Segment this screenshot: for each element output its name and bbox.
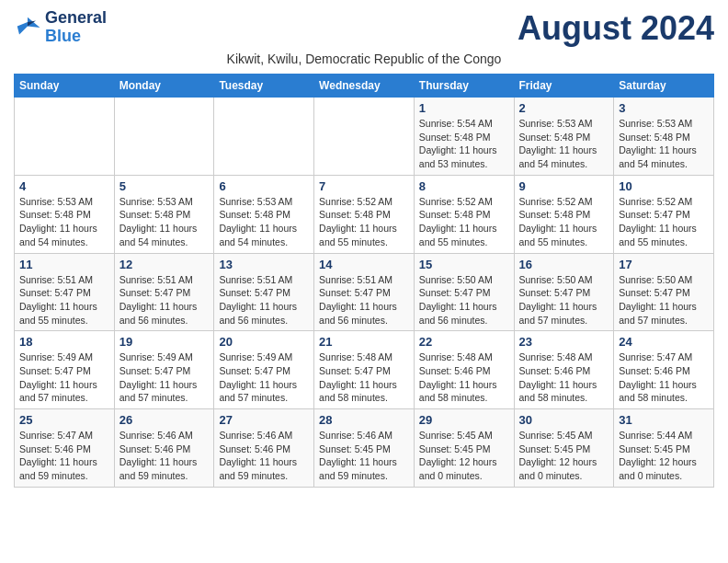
day-info: Sunrise: 5:53 AMSunset: 5:48 PMDaylight:… [119,195,210,249]
day-info: Sunrise: 5:53 AMSunset: 5:48 PMDaylight:… [219,195,309,249]
calendar-week-4: 25Sunrise: 5:47 AMSunset: 5:46 PMDayligh… [15,409,714,488]
day-info: Sunrise: 5:49 AMSunset: 5:47 PMDaylight:… [219,350,309,405]
day-number: 19 [119,335,210,349]
day-number: 27 [219,413,309,427]
calendar-cell-w3d4: 22Sunrise: 5:48 AMSunset: 5:46 PMDayligh… [414,331,514,409]
day-number: 12 [119,258,210,271]
header-wednesday: Wednesday [314,75,415,98]
day-info: Sunrise: 5:53 AMSunset: 5:48 PMDaylight:… [619,117,709,171]
calendar-cell-w4d0: 25Sunrise: 5:47 AMSunset: 5:46 PMDayligh… [15,409,115,488]
day-info: Sunrise: 5:47 AMSunset: 5:46 PMDaylight:… [619,350,709,405]
day-info: Sunrise: 5:46 AMSunset: 5:46 PMDaylight:… [219,429,309,483]
calendar-week-1: 4Sunrise: 5:53 AMSunset: 5:48 PMDaylight… [15,175,714,253]
day-info: Sunrise: 5:45 AMSunset: 5:45 PMDaylight:… [519,429,609,483]
day-number: 4 [19,179,109,193]
logo: General Blue [14,9,107,46]
header-saturday: Saturday [614,75,714,98]
day-info: Sunrise: 5:54 AMSunset: 5:48 PMDaylight:… [419,117,509,171]
day-info: Sunrise: 5:52 AMSunset: 5:48 PMDaylight:… [319,195,409,249]
calendar-cell-w0d5: 2Sunrise: 5:53 AMSunset: 5:48 PMDaylight… [514,98,614,176]
calendar-cell-w3d3: 21Sunrise: 5:48 AMSunset: 5:47 PMDayligh… [314,331,415,409]
calendar-cell-w4d6: 31Sunrise: 5:44 AMSunset: 5:45 PMDayligh… [614,409,714,488]
calendar-cell-w1d1: 5Sunrise: 5:53 AMSunset: 5:48 PMDaylight… [114,175,214,253]
day-number: 7 [319,179,409,193]
calendar-body: 1Sunrise: 5:54 AMSunset: 5:48 PMDaylight… [15,98,714,488]
calendar-cell-w3d0: 18Sunrise: 5:49 AMSunset: 5:47 PMDayligh… [15,331,115,409]
calendar-cell-w2d6: 17Sunrise: 5:50 AMSunset: 5:47 PMDayligh… [614,253,714,331]
calendar-cell-w1d3: 7Sunrise: 5:52 AMSunset: 5:48 PMDaylight… [314,175,415,253]
calendar-cell-w4d4: 29Sunrise: 5:45 AMSunset: 5:45 PMDayligh… [414,409,514,488]
calendar-cell-w3d6: 24Sunrise: 5:47 AMSunset: 5:46 PMDayligh… [614,331,714,409]
day-number: 9 [519,179,609,193]
calendar-week-0: 1Sunrise: 5:54 AMSunset: 5:48 PMDaylight… [15,98,714,176]
day-number: 20 [219,335,309,349]
header-friday: Friday [514,75,614,98]
day-number: 5 [119,179,210,193]
title-block: August 2024 [518,9,714,48]
calendar-cell-w0d6: 3Sunrise: 5:53 AMSunset: 5:48 PMDaylight… [614,98,714,176]
calendar-cell-w2d3: 14Sunrise: 5:51 AMSunset: 5:47 PMDayligh… [314,253,415,331]
day-info: Sunrise: 5:48 AMSunset: 5:46 PMDaylight:… [519,350,609,405]
calendar-cell-w1d6: 10Sunrise: 5:52 AMSunset: 5:47 PMDayligh… [614,175,714,253]
day-info: Sunrise: 5:51 AMSunset: 5:47 PMDaylight:… [19,273,109,327]
day-number: 11 [19,258,109,271]
logo-text: General Blue [45,9,107,46]
logo-line1: General [45,9,107,28]
calendar-week-2: 11Sunrise: 5:51 AMSunset: 5:47 PMDayligh… [15,253,714,331]
day-number: 22 [419,335,509,349]
day-info: Sunrise: 5:52 AMSunset: 5:48 PMDaylight:… [519,195,609,249]
calendar-cell-w2d1: 12Sunrise: 5:51 AMSunset: 5:47 PMDayligh… [114,253,214,331]
calendar-cell-w0d3 [314,98,415,176]
calendar-cell-w0d4: 1Sunrise: 5:54 AMSunset: 5:48 PMDaylight… [414,98,514,176]
day-info: Sunrise: 5:44 AMSunset: 5:45 PMDaylight:… [619,429,709,483]
calendar-cell-w1d0: 4Sunrise: 5:53 AMSunset: 5:48 PMDaylight… [15,175,115,253]
day-info: Sunrise: 5:51 AMSunset: 5:47 PMDaylight:… [319,273,409,327]
calendar-cell-w3d1: 19Sunrise: 5:49 AMSunset: 5:47 PMDayligh… [114,331,214,409]
header-sunday: Sunday [15,75,115,98]
day-info: Sunrise: 5:52 AMSunset: 5:47 PMDaylight:… [619,195,709,249]
calendar-cell-w2d4: 15Sunrise: 5:50 AMSunset: 5:47 PMDayligh… [414,253,514,331]
day-info: Sunrise: 5:52 AMSunset: 5:48 PMDaylight:… [419,195,509,249]
day-number: 21 [319,335,409,349]
day-number: 16 [519,258,609,271]
day-number: 23 [519,335,609,349]
day-info: Sunrise: 5:46 AMSunset: 5:46 PMDaylight:… [119,429,210,483]
day-number: 8 [419,179,509,193]
day-number: 13 [219,258,309,271]
calendar-cell-w0d1 [114,98,214,176]
calendar-cell-w0d2 [214,98,314,176]
calendar-table: Sunday Monday Tuesday Wednesday Thursday… [14,74,714,488]
day-number: 30 [519,413,609,427]
day-number: 28 [319,413,409,427]
day-info: Sunrise: 5:49 AMSunset: 5:47 PMDaylight:… [119,350,210,405]
day-info: Sunrise: 5:50 AMSunset: 5:47 PMDaylight:… [619,273,709,327]
calendar-cell-w2d5: 16Sunrise: 5:50 AMSunset: 5:47 PMDayligh… [514,253,614,331]
calendar-cell-w4d5: 30Sunrise: 5:45 AMSunset: 5:45 PMDayligh… [514,409,614,488]
calendar-cell-w2d2: 13Sunrise: 5:51 AMSunset: 5:47 PMDayligh… [214,253,314,331]
day-info: Sunrise: 5:53 AMSunset: 5:48 PMDaylight:… [19,195,109,249]
header-monday: Monday [114,75,214,98]
calendar-cell-w4d1: 26Sunrise: 5:46 AMSunset: 5:46 PMDayligh… [114,409,214,488]
day-number: 25 [19,413,109,427]
header-row: Sunday Monday Tuesday Wednesday Thursday… [15,75,714,98]
day-number: 26 [119,413,210,427]
main-title: August 2024 [518,9,714,48]
day-number: 17 [619,258,709,271]
day-number: 3 [619,101,709,115]
day-info: Sunrise: 5:48 AMSunset: 5:47 PMDaylight:… [319,350,409,405]
day-info: Sunrise: 5:50 AMSunset: 5:47 PMDaylight:… [419,273,509,327]
header-thursday: Thursday [414,75,514,98]
day-number: 24 [619,335,709,349]
logo-line2: Blue [45,28,107,46]
day-number: 15 [419,258,509,271]
day-info: Sunrise: 5:50 AMSunset: 5:47 PMDaylight:… [519,273,609,327]
calendar-cell-w1d4: 8Sunrise: 5:52 AMSunset: 5:48 PMDaylight… [414,175,514,253]
page-header: General Blue August 2024 [14,9,714,48]
svg-marker-0 [17,17,40,35]
day-number: 18 [19,335,109,349]
day-number: 29 [419,413,509,427]
day-number: 31 [619,413,709,427]
day-info: Sunrise: 5:49 AMSunset: 5:47 PMDaylight:… [19,350,109,405]
day-info: Sunrise: 5:51 AMSunset: 5:47 PMDaylight:… [219,273,309,327]
calendar-cell-w2d0: 11Sunrise: 5:51 AMSunset: 5:47 PMDayligh… [15,253,115,331]
